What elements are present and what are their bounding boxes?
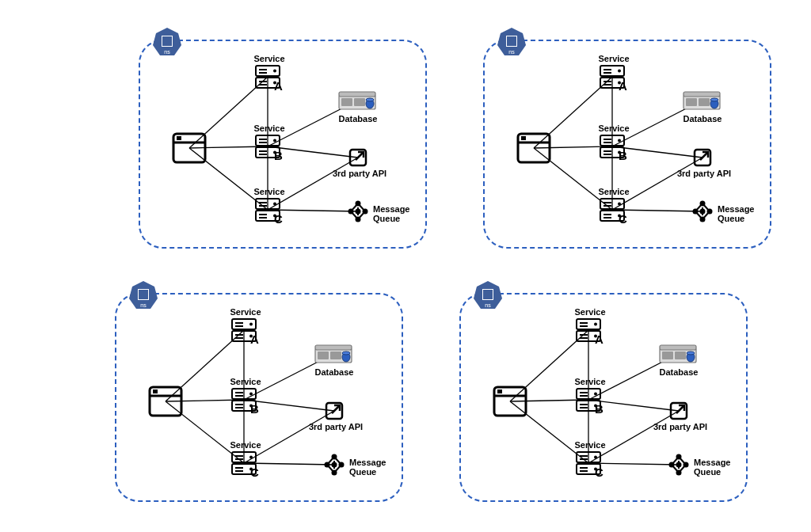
svg-point-87	[700, 201, 706, 207]
mq-label: Message Queue	[373, 204, 417, 223]
mq-icon	[667, 451, 691, 478]
serviceA-letter: A	[250, 332, 259, 346]
serviceB-letter: B	[595, 402, 603, 416]
svg-point-110	[249, 393, 253, 396]
svg-rect-168	[662, 352, 673, 359]
svg-point-64	[618, 139, 621, 142]
api3rd-icon	[325, 401, 344, 420]
api3rd-icon	[669, 401, 688, 420]
svg-point-102	[249, 323, 253, 326]
edge	[588, 411, 679, 463]
serviceA-label: Service	[573, 307, 607, 317]
serviceA-label: Service	[596, 54, 631, 63]
api3rd-label: 3rd party API	[328, 169, 391, 178]
svg-point-136	[332, 462, 337, 468]
svg-rect-141	[497, 390, 502, 393]
svg-rect-49	[521, 136, 526, 140]
serviceC-label: Service	[252, 187, 287, 196]
serviceA-label: Service	[228, 307, 263, 317]
svg-rect-95	[153, 390, 158, 393]
serviceC-label: Service	[228, 440, 263, 450]
svg-point-137	[332, 470, 337, 476]
browser-icon	[172, 132, 207, 164]
svg-point-125	[342, 352, 350, 355]
svg-rect-167	[660, 345, 696, 350]
namespace-badge: ns	[128, 280, 158, 310]
api3rd-label: 3rd party API	[672, 169, 736, 178]
browser-icon	[516, 132, 551, 164]
mq-label: Message Queue	[694, 458, 738, 477]
svg-point-179	[676, 454, 682, 460]
namespace-panel: ns ServiceA ServiceB ServiceC Database 3…	[139, 40, 427, 249]
serviceB-label: Service	[573, 377, 607, 386]
svg-point-41	[356, 201, 361, 207]
serviceA-letter: A	[274, 79, 283, 93]
svg-point-45	[356, 217, 361, 222]
serviceB-label: Service	[252, 124, 287, 133]
svg-line-173	[676, 406, 683, 413]
database-label: Database	[656, 367, 702, 377]
svg-rect-29	[339, 92, 375, 97]
namespace-panel: ns ServiceA ServiceB ServiceC Database 3…	[483, 40, 771, 249]
svg-line-35	[356, 153, 363, 160]
serviceC-letter: C	[274, 212, 283, 226]
svg-point-90	[700, 209, 706, 215]
api3rd-icon	[348, 148, 367, 167]
svg-point-180	[669, 462, 675, 468]
svg-point-44	[356, 209, 361, 215]
svg-point-183	[676, 470, 682, 476]
edge	[588, 463, 679, 465]
edge	[612, 158, 702, 210]
svg-rect-169	[675, 352, 686, 359]
namespace-badge: ns	[152, 27, 182, 57]
database-label: Database	[335, 114, 381, 124]
database-label: Database	[680, 114, 725, 124]
svg-point-135	[339, 462, 345, 468]
database-icon	[659, 342, 697, 366]
serviceA-label: Service	[252, 54, 287, 63]
svg-point-33	[366, 98, 374, 101]
svg-point-10	[273, 70, 276, 73]
serviceC-label: Service	[596, 187, 631, 196]
svg-point-148	[594, 323, 597, 326]
svg-rect-30	[341, 98, 352, 106]
browser-icon	[493, 386, 527, 417]
svg-point-42	[348, 209, 354, 215]
svg-rect-75	[683, 92, 720, 97]
svg-rect-77	[699, 98, 710, 106]
svg-point-18	[273, 139, 276, 142]
serviceB-letter: B	[250, 402, 259, 416]
serviceC-letter: C	[595, 466, 603, 479]
mq-label: Message Queue	[718, 204, 762, 223]
svg-point-88	[693, 209, 699, 215]
database-icon	[314, 342, 352, 366]
svg-point-89	[707, 209, 713, 215]
svg-point-133	[332, 454, 337, 460]
svg-point-182	[676, 462, 682, 468]
svg-point-72	[618, 203, 621, 206]
svg-rect-3	[177, 136, 181, 140]
svg-rect-123	[330, 352, 341, 359]
serviceA-letter: A	[619, 79, 627, 93]
edge	[244, 411, 334, 463]
svg-line-127	[332, 406, 339, 413]
edge	[268, 210, 358, 211]
edge	[244, 463, 334, 465]
namespace-badge-label: ns	[473, 302, 503, 308]
mq-icon	[346, 198, 370, 225]
api3rd-label: 3rd party API	[304, 422, 367, 431]
svg-point-118	[249, 456, 253, 459]
serviceC-letter: C	[250, 466, 259, 479]
serviceB-label: Service	[228, 377, 263, 386]
edge	[268, 158, 358, 210]
svg-point-164	[594, 456, 597, 459]
database-icon	[338, 89, 376, 112]
mq-icon	[691, 198, 714, 225]
browser-icon	[148, 386, 183, 417]
namespace-badge: ns	[473, 280, 503, 310]
serviceA-letter: A	[595, 332, 603, 346]
edge	[612, 210, 702, 211]
namespace-panel: ns ServiceA ServiceB ServiceC Database 3…	[115, 293, 403, 502]
serviceC-letter: C	[619, 212, 627, 226]
namespace-badge-label: ns	[497, 49, 527, 55]
